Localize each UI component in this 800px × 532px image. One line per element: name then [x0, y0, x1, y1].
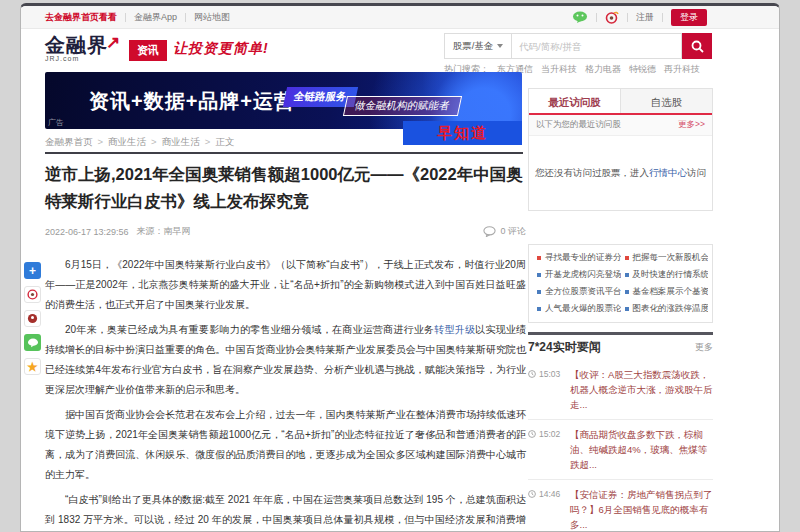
register-link[interactable]: 注册 [636, 11, 654, 24]
article-meta: 2022-06-17 13:29:56 来源： 南早网 0 评论 [45, 225, 526, 238]
bullet-icon [537, 307, 541, 311]
clock-icon [528, 370, 536, 378]
news-header: 7*24实时要闻 更多 [528, 335, 713, 360]
top-utility-bar: 去金融界首页看看 金融界App 网站地图 注册 登录 [21, 6, 779, 29]
news-more-link[interactable]: 更多 [695, 341, 713, 354]
news-time: 15:03 [528, 367, 565, 379]
hot-search-link[interactable]: 再升科技 [664, 63, 700, 76]
hot-search-link[interactable]: 当升科技 [541, 63, 577, 76]
recent-stocks-more-link[interactable]: 更多>> [678, 119, 705, 131]
feature-link[interactable]: 全方位股票资讯平台 [533, 286, 621, 298]
feature-label: 把握每一次新股机会 [633, 252, 709, 264]
comment-count: 0 评论 [500, 225, 526, 238]
recent-stocks-empty-state: 您还没有访问过股票，进入行情中心访问 [529, 136, 712, 210]
logo-text-block: 金融界 JRJ.com [45, 35, 108, 62]
search-input[interactable] [512, 33, 682, 59]
paragraph-text: 20年来，奥莱已经成为具有重要影响力的零售业细分领域，在商业运营商进行业务 [65, 324, 434, 335]
title-divider [45, 152, 523, 154]
logo-text: 金融界 [45, 35, 108, 55]
share-expand-icon[interactable]: + [24, 262, 41, 279]
jrj-home-link[interactable]: 去金融界首页看看 [45, 11, 117, 24]
tab-recent-stocks[interactable]: 最近访问股 [529, 89, 620, 113]
sina-weibo-share-icon[interactable] [24, 286, 41, 303]
feature-link[interactable]: 人气最火爆的股票论坛 [533, 303, 621, 315]
feature-label: 人气最火爆的股票论坛 [545, 303, 621, 315]
banner-headline: 资讯+数据+品牌+运营 [89, 88, 295, 115]
tab-watchlist[interactable]: 自选股 [620, 89, 712, 113]
jrj-logo[interactable]: 金融界 JRJ.com ↗ [45, 35, 120, 62]
breadcrumb-separator: > [205, 136, 211, 149]
breadcrumb-home[interactable]: 金融界首页 [45, 136, 93, 149]
empty-text: 您还没有访问过股票，进入 [535, 167, 649, 180]
source-name[interactable]: 南早网 [164, 225, 191, 238]
weibo-icon[interactable] [605, 11, 619, 24]
news-item[interactable]: 14:46 【安信证券：房地产销售拐点到了吗？】6月全国销售见底的概率有多... [528, 480, 713, 532]
page-card: 去金融界首页看看 金融界App 网站地图 注册 登录 金融界 JRJ.com [20, 3, 780, 532]
paragraph: 6月15日，《2022年中国奥特莱斯行业白皮书》（以下简称“白皮书”），于线上正… [45, 255, 526, 315]
hot-search-link[interactable]: 格力电器 [585, 63, 621, 76]
breadcrumb-section[interactable]: 商业生活 [162, 136, 200, 149]
sidebar: 最近访问股 自选股 以下为您的最近访问股 更多>> 您还没有访问过股票，进入行情… [528, 88, 713, 532]
feature-link[interactable]: 及时快速的行情系统 [621, 269, 709, 281]
bullet-icon [625, 256, 629, 260]
source-label: 来源： [137, 225, 164, 238]
feature-link[interactable]: 基金档案展示个基资料 [621, 286, 709, 298]
bullet-icon [625, 273, 629, 277]
wechat-icon[interactable] [572, 11, 588, 24]
publish-date: 2022-06-17 13:29:56 [45, 227, 129, 237]
search-icon [691, 40, 704, 53]
search-button[interactable] [682, 33, 712, 59]
feature-link[interactable]: 图表化的涨跌停温度计 [621, 303, 709, 315]
sitemap-link[interactable]: 网站地图 [194, 11, 230, 24]
feature-link[interactable]: 寻找最专业的证券分析师 [533, 252, 621, 264]
login-button[interactable]: 登录 [671, 9, 707, 26]
stocks-widget: 最近访问股 自选股 以下为您的最近访问股 更多>> 您还没有访问过股票，进入行情… [528, 88, 713, 211]
topbar-right: 注册 登录 [572, 9, 779, 26]
comment-entry[interactable]: 0 评论 [483, 225, 526, 238]
bullet-icon [537, 273, 541, 277]
hot-search-link[interactable]: 特锐德 [629, 63, 656, 76]
qq-share-icon[interactable] [24, 310, 41, 327]
news-item[interactable]: 15:03 【收评：A股三大指数震荡收跌，机器人概念逆市大涨，游戏股午后走... [528, 360, 713, 420]
search-category-label: 股票/基金 [453, 40, 494, 53]
feature-label: 寻找最专业的证券分析师 [545, 252, 621, 264]
bullet-icon [625, 290, 629, 294]
feature-link[interactable]: 开基龙虎榜闪亮登场 [533, 269, 621, 281]
clock-icon [528, 430, 536, 438]
recent-stocks-subtitle: 以下为您的最近访问股 [536, 119, 621, 131]
separator [185, 13, 186, 22]
jrj-app-link[interactable]: 金融界App [134, 11, 177, 24]
logo-arrow-icon: ↗ [106, 35, 120, 51]
ad-label: 广告 [48, 117, 64, 128]
inline-keyword-link[interactable]: 转型升级 [434, 324, 475, 335]
bullet-icon [537, 256, 541, 260]
comment-bubble-icon [483, 226, 496, 237]
features-widget: 寻找最专业的证券分析师 把握每一次新股机会 开基龙虎榜闪亮登场 及时快速的行情系… [528, 244, 713, 323]
recent-stocks-subheader: 以下为您的最近访问股 更多>> [529, 115, 712, 136]
news-timestamp: 15:03 [539, 369, 560, 379]
feature-label: 图表化的涨跌停温度计 [633, 303, 709, 315]
separator [125, 13, 126, 22]
separator [627, 13, 628, 22]
news-time: 15:02 [528, 427, 565, 439]
news-timestamp: 14:46 [539, 489, 560, 499]
separator [596, 13, 597, 22]
feature-link[interactable]: 把握每一次新股机会 [621, 252, 709, 264]
search-bar: 股票/基金 [444, 33, 712, 59]
favorite-star-icon[interactable]: ★ [24, 358, 41, 375]
site-slogan: 让投资更简单! [173, 40, 269, 58]
breadcrumb-separator: > [151, 136, 157, 149]
realtime-news-widget: 7*24实时要闻 更多 15:03 【收评：A股三大指数震荡收跌，机器人概念逆市… [528, 332, 713, 532]
breadcrumb-channel[interactable]: 商业生活 [108, 136, 146, 149]
news-timestamp: 15:02 [539, 429, 560, 439]
separator [662, 13, 663, 22]
search-category-dropdown[interactable]: 股票/基金 [444, 33, 512, 59]
channel-badge-zixun[interactable]: 资讯 [129, 40, 167, 61]
news-title: 7*24实时要闻 [528, 339, 601, 356]
wechat-share-icon[interactable] [24, 334, 41, 351]
news-text: 【安信证券：房地产销售拐点到了吗？】6月全国销售见底的概率有多... [570, 487, 713, 532]
zaozhidao-cta-button[interactable]: 早知道 [403, 121, 522, 145]
market-center-link[interactable]: 行情中心 [649, 167, 687, 180]
article-title: 逆市上扬,2021年全国奥莱销售额超1000亿元——《2022年中国奥特莱斯行业… [45, 161, 526, 214]
news-item[interactable]: 15:02 【商品期货收盘多数下跌，棕榈油、纯碱跌超4%，玻璃、焦煤等跌超... [528, 420, 713, 480]
